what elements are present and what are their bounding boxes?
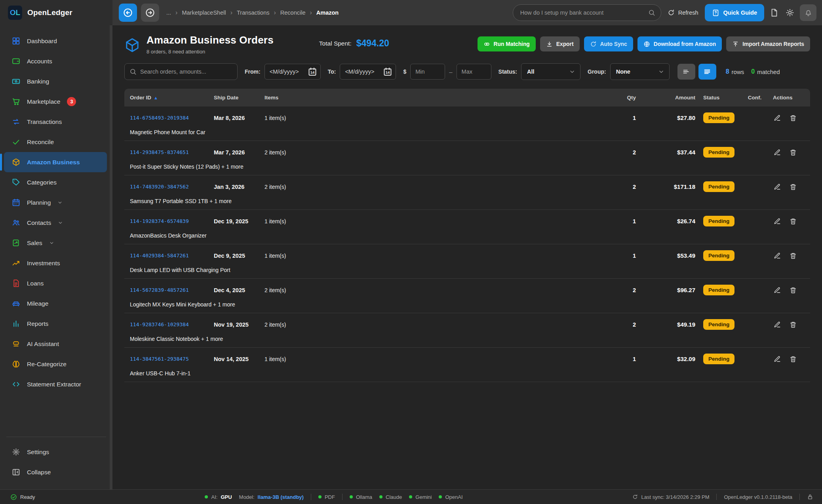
document-button[interactable] <box>768 7 780 19</box>
run-matching-button[interactable]: Run Matching <box>478 36 536 51</box>
delete-button[interactable] <box>789 183 797 191</box>
theme-toggle-button[interactable] <box>784 7 796 19</box>
sync-icon <box>632 494 638 500</box>
people-icon <box>12 219 20 227</box>
breadcrumb-item-amazon[interactable]: Amazon <box>316 10 339 16</box>
delete-button[interactable] <box>789 286 797 295</box>
sidebar-item-ai-assistant[interactable]: AI Assistant <box>0 334 108 354</box>
group-select[interactable]: None <box>610 63 670 80</box>
sidebar-item-sales[interactable]: Sales <box>0 233 108 253</box>
sidebar-item-loans[interactable]: Loans <box>0 273 108 293</box>
import-amazon-reports-button[interactable]: Import Amazon Reports <box>726 36 810 51</box>
sidebar-item-transactions[interactable]: Transactions <box>0 112 108 132</box>
edit-button[interactable] <box>773 320 782 329</box>
column-header-ship-date: Ship Date <box>214 95 264 101</box>
edit-button[interactable] <box>773 114 782 122</box>
sidebar-item-reconcile[interactable]: Reconcile <box>0 132 108 152</box>
model-value[interactable]: llama-3B (standby) <box>258 494 304 500</box>
service-status-ollama: Ollama <box>350 494 372 500</box>
sidebar-item-accounts[interactable]: Accounts <box>0 51 108 71</box>
sidebar-item-contacts[interactable]: Contacts <box>0 213 108 233</box>
detailed-view-button[interactable] <box>698 64 716 80</box>
sidebar-item-label: Dashboard <box>27 38 57 45</box>
delete-button[interactable] <box>789 355 797 363</box>
amount-max-input[interactable] <box>457 64 491 80</box>
notifications-button[interactable] <box>800 4 816 21</box>
order-id-link[interactable]: 114-2938475-8374651 <box>130 149 214 155</box>
calendar-14-icon: 14 <box>383 67 392 76</box>
sidebar-item-settings[interactable]: Settings <box>0 442 108 462</box>
edit-button[interactable] <box>773 355 782 363</box>
edit-button[interactable] <box>773 217 782 226</box>
amount-value: $96.27 <box>636 287 695 293</box>
quick-guide-button[interactable]: Quick Guide <box>705 4 764 21</box>
delete-button[interactable] <box>789 217 797 226</box>
export-button[interactable]: Export <box>540 36 580 51</box>
order-id-link[interactable]: 114-4029384-5847261 <box>130 253 214 259</box>
sidebar-item-banking[interactable]: Banking <box>0 71 108 91</box>
order-id-link[interactable]: 114-7483920-3847562 <box>130 184 214 190</box>
delete-button[interactable] <box>789 320 797 329</box>
pdf-status: PDF <box>318 494 335 500</box>
button-label: Auto Sync <box>600 41 627 47</box>
amount-min-input[interactable] <box>410 64 445 80</box>
delete-button[interactable] <box>789 114 797 122</box>
chevron-down-icon <box>57 200 63 205</box>
date-to-input[interactable]: <M/d/yyyy> 14 <box>340 64 396 80</box>
bell-icon <box>804 9 812 17</box>
breadcrumb-item-marketplaceshell[interactable]: MarketplaceShell <box>182 10 226 16</box>
order-id-link[interactable]: 114-1928374-6574839 <box>130 218 214 224</box>
service-status-openai: OpenAI <box>439 494 462 500</box>
orders-search-input[interactable] <box>140 68 232 75</box>
refresh-button[interactable]: Refresh <box>668 9 698 16</box>
delete-button[interactable] <box>789 148 797 157</box>
sidebar-item-mileage[interactable]: Mileage <box>0 293 108 314</box>
sidebar-item-dashboard[interactable]: Dashboard <box>0 31 108 51</box>
sidebar-item-planning[interactable]: Planning <box>0 192 108 213</box>
column-label: Conf. <box>748 95 762 101</box>
nav-forward-button[interactable] <box>141 4 159 22</box>
edit-button[interactable] <box>773 251 782 260</box>
topbar-search-input[interactable] <box>513 10 661 16</box>
column-header-amount: Amount <box>636 95 695 101</box>
amount-value: $49.19 <box>636 321 695 328</box>
sidebar-item-amazon-business[interactable]: Amazon Business <box>4 152 107 172</box>
sidebar-item-reports[interactable]: Reports <box>0 314 108 334</box>
nav-back-button[interactable] <box>119 4 137 22</box>
page-header: Amazon Business Orders 8 orders, 8 need … <box>124 34 810 55</box>
service-label: Gemini <box>415 494 432 500</box>
total-spent: Total Spent: $494.20 <box>319 38 389 49</box>
sidebar-item-categories[interactable]: Categories <box>0 172 108 192</box>
arrows-icon <box>12 118 20 126</box>
breadcrumb-item-[interactable]: ... <box>166 10 171 16</box>
chevron-down-icon <box>658 68 664 75</box>
download-from-amazon-button[interactable]: Download from Amazon <box>637 36 722 51</box>
auto-sync-button[interactable]: Auto Sync <box>584 36 633 51</box>
order-id-link[interactable]: 114-5672839-4857261 <box>130 287 214 293</box>
order-id-link[interactable]: 114-6758493-2019384 <box>130 115 214 121</box>
sidebar-item-marketplace[interactable]: Marketplace3 <box>0 91 108 112</box>
guide-book-icon <box>712 9 719 17</box>
column-header-order-id[interactable]: Order ID▲ <box>130 95 214 101</box>
sidebar-item-collapse[interactable]: Collapse <box>0 462 108 482</box>
edit-button[interactable] <box>773 148 782 157</box>
breadcrumb-item-reconcile[interactable]: Reconcile <box>280 10 306 16</box>
ship-date: Dec 19, 2025 <box>214 218 264 224</box>
sidebar-item-investments[interactable]: Investments <box>0 253 108 273</box>
edit-button[interactable] <box>773 183 782 191</box>
edit-button[interactable] <box>773 286 782 295</box>
order-id-link[interactable]: 114-9283746-1029384 <box>130 321 214 327</box>
receipt-icon <box>12 239 20 247</box>
compact-view-button[interactable] <box>677 64 695 80</box>
view-toggles <box>677 64 716 80</box>
order-id-link[interactable]: 114-3847561-2938475 <box>130 356 214 362</box>
delete-button[interactable] <box>789 251 797 260</box>
sidebar-item-re-categorize[interactable]: Re-Categorize <box>0 354 108 374</box>
breadcrumb-item-transactions[interactable]: Transactions <box>237 10 269 16</box>
sidebar-item-statement-extractor[interactable]: Statement Extractor <box>0 374 108 394</box>
status-badge: Pending <box>703 354 734 364</box>
date-from-input[interactable]: <M/d/yyyy> 14 <box>264 64 321 80</box>
table-header: Order ID▲Ship DateItemsQtyAmountStatusCo… <box>124 89 810 107</box>
qty-value: 1 <box>612 253 636 259</box>
status-select[interactable]: All <box>521 63 580 80</box>
